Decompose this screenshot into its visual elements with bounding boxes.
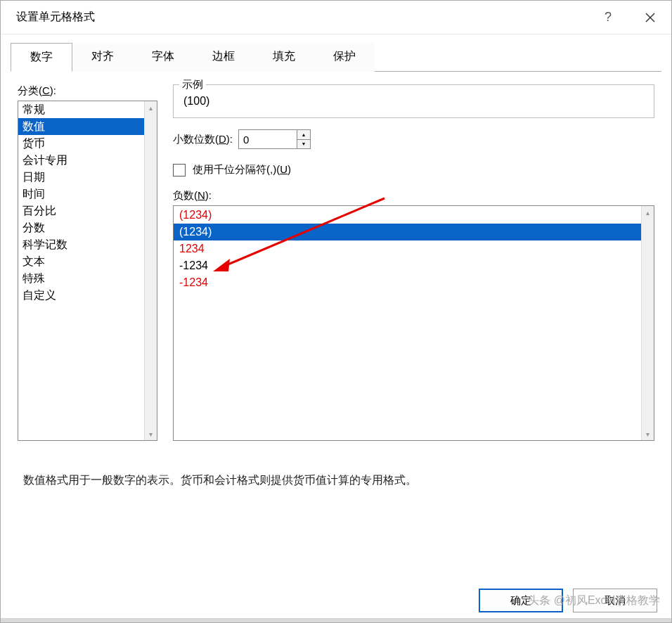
close-button[interactable] xyxy=(629,1,671,34)
negative-item-4[interactable]: -1234 xyxy=(174,274,641,291)
scroll-down-icon[interactable]: ▾ xyxy=(145,428,157,440)
spin-down-button[interactable]: ▼ xyxy=(297,140,310,149)
thousands-label: 使用千位分隔符(,)(U) xyxy=(193,163,291,176)
close-icon xyxy=(645,13,655,23)
decimal-row: 小数位数(D): ▲ ▼ xyxy=(173,129,654,149)
category-item-scientific[interactable]: 科学记数 xyxy=(18,236,144,253)
decimal-label: 小数位数(D): xyxy=(173,133,233,146)
category-item-fraction[interactable]: 分数 xyxy=(18,219,144,236)
category-items: 常规 数值 货币 会计专用 日期 时间 百分比 分数 科学记数 文本 特殊 自定… xyxy=(18,101,144,440)
tab-border[interactable]: 边框 xyxy=(193,43,254,72)
sample-fieldset: 示例 (100) xyxy=(173,84,654,118)
format-description: 数值格式用于一般数字的表示。货币和会计格式则提供货币值计算的专用格式。 xyxy=(1,441,671,488)
help-button[interactable]: ? xyxy=(587,1,629,34)
decimal-input[interactable] xyxy=(239,130,297,148)
tab-strip: 数字 对齐 字体 边框 填充 保护 xyxy=(11,42,661,72)
category-listbox[interactable]: 常规 数值 货币 会计专用 日期 时间 百分比 分数 科学记数 文本 特殊 自定… xyxy=(18,101,157,441)
spin-buttons: ▲ ▼ xyxy=(297,130,310,148)
category-scrollbar[interactable]: ▴ ▾ xyxy=(144,101,157,440)
negative-label: 负数(N): xyxy=(173,189,654,203)
neg-scroll-down-icon[interactable]: ▾ xyxy=(642,428,654,440)
negative-item-3[interactable]: -1234 xyxy=(174,257,641,274)
category-item-custom[interactable]: 自定义 xyxy=(18,287,144,304)
category-label: 分类(C): xyxy=(18,84,157,98)
tab-alignment[interactable]: 对齐 xyxy=(72,43,133,72)
category-item-percentage[interactable]: 百分比 xyxy=(18,203,144,219)
format-cells-dialog: 设置单元格格式 ? 数字 对齐 字体 边框 填充 保护 分类(C): 常规 数值… xyxy=(0,0,672,623)
negative-listbox[interactable]: (1234) (1234) 1234 -1234 -1234 ▴ ▾ xyxy=(173,205,654,441)
tab-font[interactable]: 字体 xyxy=(133,43,193,72)
neg-scroll-up-icon[interactable]: ▴ xyxy=(642,206,654,219)
ok-button[interactable]: 确定 xyxy=(479,589,563,612)
sample-legend: 示例 xyxy=(179,78,206,91)
category-item-time[interactable]: 时间 xyxy=(18,186,144,203)
tab-content: 分类(C): 常规 数值 货币 会计专用 日期 时间 百分比 分数 科学记数 文… xyxy=(1,72,671,441)
category-item-special[interactable]: 特殊 xyxy=(18,270,144,287)
neg-scroll-track[interactable] xyxy=(642,219,654,428)
scroll-track[interactable] xyxy=(145,114,157,428)
negative-item-2[interactable]: 1234 xyxy=(174,240,641,257)
category-item-accounting[interactable]: 会计专用 xyxy=(18,152,144,169)
cancel-button[interactable]: 取消 xyxy=(573,589,657,612)
category-item-general[interactable]: 常规 xyxy=(18,101,144,118)
category-item-currency[interactable]: 货币 xyxy=(18,135,144,152)
tab-protection[interactable]: 保护 xyxy=(314,43,375,72)
dialog-footer: 确定 取消 头条 @初风Excel表格教学 xyxy=(479,589,657,612)
thousands-checkbox[interactable] xyxy=(173,164,186,176)
category-item-date[interactable]: 日期 xyxy=(18,169,144,186)
dialog-title: 设置单元格格式 xyxy=(16,10,587,25)
scroll-up-icon[interactable]: ▴ xyxy=(145,101,157,114)
category-column: 分类(C): 常规 数值 货币 会计专用 日期 时间 百分比 分数 科学记数 文… xyxy=(18,84,157,441)
sample-value: (100) xyxy=(182,95,645,108)
tab-number[interactable]: 数字 xyxy=(11,43,72,72)
negative-items: (1234) (1234) 1234 -1234 -1234 xyxy=(174,206,641,440)
spin-up-button[interactable]: ▲ xyxy=(297,130,310,140)
negative-item-1[interactable]: (1234) xyxy=(174,224,641,240)
bottom-border xyxy=(1,618,671,622)
negative-scrollbar[interactable]: ▴ ▾ xyxy=(641,206,654,440)
tabs-container: 数字 对齐 字体 边框 填充 保护 xyxy=(11,42,661,72)
category-item-number[interactable]: 数值 xyxy=(18,118,144,135)
titlebar: 设置单元格格式 ? xyxy=(1,1,671,34)
category-item-text[interactable]: 文本 xyxy=(18,253,144,270)
thousands-row: 使用千位分隔符(,)(U) xyxy=(173,163,654,176)
settings-column: 示例 (100) 小数位数(D): ▲ ▼ 使用千位分隔符(, xyxy=(173,84,654,441)
decimal-spinbox[interactable]: ▲ ▼ xyxy=(238,129,311,149)
tab-fill[interactable]: 填充 xyxy=(254,43,314,72)
negative-item-0[interactable]: (1234) xyxy=(174,207,641,224)
